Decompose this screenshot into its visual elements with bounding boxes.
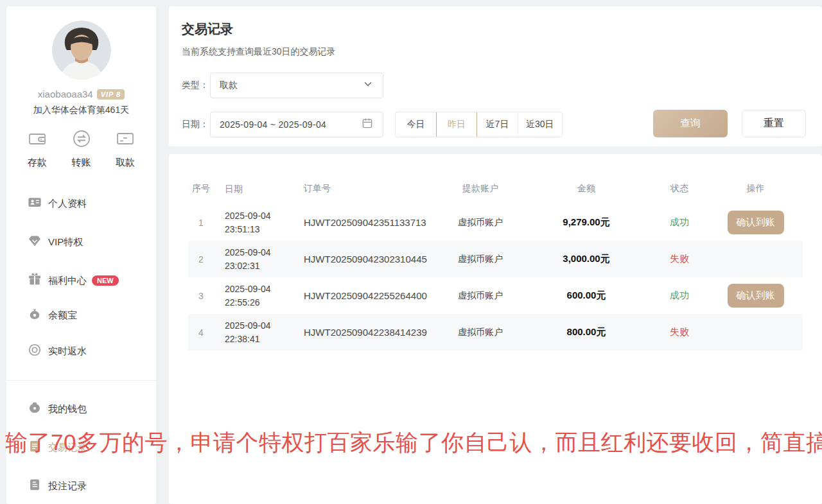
time-line: 22:38:41 bbox=[225, 333, 301, 345]
sidebar-item-benefits[interactable]: 福利中心 NEW bbox=[6, 268, 156, 293]
cell-date: 2025-09-04 23:51:13 bbox=[214, 209, 301, 236]
time-line: 22:55:26 bbox=[225, 296, 301, 309]
username: xiaobaoaa34 bbox=[38, 89, 93, 100]
sidebar-item-transactions[interactable]: 交易记录 bbox=[6, 435, 156, 460]
cell-account: 虚拟币账户 bbox=[439, 290, 522, 302]
confirm-received-button[interactable]: 确认到账 bbox=[728, 211, 784, 234]
calendar-icon[interactable] bbox=[361, 117, 374, 132]
profile-sidebar: xiaobaoaa34 VIP 8 加入华体会体育第461天 存款 bbox=[6, 6, 156, 504]
sidebar-item-label: 投注记录 bbox=[48, 480, 87, 492]
bank-card-icon bbox=[115, 128, 136, 152]
sidebar-item-label: 实时返水 bbox=[48, 345, 87, 358]
table-header-row: 序号 日期 订单号 提款账户 金额 状态 操作 bbox=[188, 173, 803, 204]
new-badge: NEW bbox=[92, 275, 119, 286]
type-select[interactable]: 取款 bbox=[210, 73, 383, 98]
cell-account: 虚拟币账户 bbox=[439, 254, 522, 265]
header-status: 状态 bbox=[651, 183, 708, 195]
query-button[interactable]: 查询 bbox=[653, 110, 728, 137]
cell-no: 2 bbox=[188, 254, 214, 265]
page-title: 交易记录 bbox=[182, 21, 233, 38]
date-label: 日期： bbox=[182, 119, 210, 130]
cell-no: 4 bbox=[188, 327, 214, 338]
date-range-input[interactable]: 2025-09-04 ~ 2025-09-04 bbox=[210, 112, 383, 137]
sidebar-item-bets[interactable]: 投注记录 bbox=[6, 473, 156, 499]
status-badge: 成功 bbox=[651, 290, 708, 302]
withdraw-label: 取款 bbox=[116, 157, 135, 169]
sidebar-item-label: 福利中心 bbox=[48, 275, 87, 287]
cell-amount: 600.00元 bbox=[522, 290, 651, 302]
time-line: 23:02:31 bbox=[225, 259, 301, 272]
cell-account: 虚拟币账户 bbox=[439, 327, 522, 338]
vip-badge: VIP 8 bbox=[97, 89, 125, 100]
date-line: 2025-09-04 bbox=[225, 319, 301, 332]
type-select-value: 取款 bbox=[220, 80, 362, 91]
range-7days-button[interactable]: 近7日 bbox=[477, 112, 518, 137]
transfer-icon bbox=[71, 128, 92, 152]
reset-button[interactable]: 重置 bbox=[742, 110, 806, 137]
status-badge: 失败 bbox=[651, 253, 708, 265]
join-days-text: 加入华体会体育第461天 bbox=[6, 105, 156, 116]
quick-actions: 存款 转账 取款 bbox=[18, 128, 144, 169]
sidebar-item-profile[interactable]: 个人资料 bbox=[6, 191, 156, 216]
header-action: 操作 bbox=[708, 183, 803, 195]
cell-date: 2025-09-04 22:38:41 bbox=[214, 319, 301, 345]
range-yesterday-button[interactable]: 昨日 bbox=[436, 112, 477, 137]
range-today-button[interactable]: 今日 bbox=[396, 112, 437, 137]
cell-order: HJWT202509042351133713 bbox=[301, 217, 439, 228]
quick-range-group: 今日 昨日 近7日 近30日 bbox=[395, 112, 563, 137]
filter-panel: 交易记录 当前系统支持查询最近30日的交易记录 类型： 取款 日期： 2025-… bbox=[169, 6, 822, 146]
cell-amount: 9,279.00元 bbox=[522, 216, 651, 229]
records-panel: 序号 日期 订单号 提款账户 金额 状态 操作 1 2025-09-04 23:… bbox=[169, 154, 822, 504]
purse-icon bbox=[28, 401, 42, 417]
chevron-down-icon bbox=[362, 78, 374, 92]
money-bag-icon bbox=[28, 307, 42, 324]
date-line: 2025-09-04 bbox=[225, 209, 301, 222]
transfer-button[interactable]: 转账 bbox=[62, 128, 101, 169]
cell-amount: 800.00元 bbox=[522, 326, 651, 338]
records-table: 序号 日期 订单号 提款账户 金额 状态 操作 1 2025-09-04 23:… bbox=[188, 173, 803, 351]
sidebar-item-wallet[interactable]: 我的钱包 bbox=[6, 396, 156, 422]
diamond-icon bbox=[28, 234, 42, 250]
sidebar-item-label: 个人资料 bbox=[48, 198, 87, 210]
table-row: 3 2025-09-04 22:55:26 HJWT20250904225526… bbox=[188, 277, 803, 314]
cell-no: 1 bbox=[188, 218, 214, 228]
header-no: 序号 bbox=[188, 183, 214, 195]
withdraw-button[interactable]: 取款 bbox=[106, 128, 144, 169]
cell-order: HJWT202509042255264400 bbox=[301, 290, 439, 301]
cell-account: 虚拟币账户 bbox=[439, 217, 522, 229]
cell-order: HJWT202509042238414239 bbox=[301, 327, 439, 338]
cell-date: 2025-09-04 23:02:31 bbox=[214, 246, 301, 272]
date-line: 2025-09-04 bbox=[225, 246, 301, 259]
type-label: 类型： bbox=[182, 80, 210, 91]
transaction-record-icon bbox=[28, 439, 42, 456]
sidebar-item-label: 我的钱包 bbox=[48, 403, 87, 415]
confirm-received-button[interactable]: 确认到账 bbox=[728, 284, 784, 308]
sidebar-item-vip[interactable]: VIP特权 bbox=[6, 229, 156, 255]
sidebar-item-yuebao[interactable]: 余额宝 bbox=[6, 302, 156, 328]
sidebar-item-rebate[interactable]: 实时返水 bbox=[6, 338, 156, 364]
cell-no: 3 bbox=[188, 291, 214, 301]
transfer-label: 转账 bbox=[72, 157, 91, 169]
cell-amount: 3,000.00元 bbox=[522, 253, 651, 265]
deposit-button[interactable]: 存款 bbox=[18, 128, 57, 169]
status-badge: 成功 bbox=[651, 216, 708, 229]
table-row: 2 2025-09-04 23:02:31 HJWT20250904230231… bbox=[188, 241, 803, 277]
date-line: 2025-09-04 bbox=[225, 282, 301, 295]
sidebar-item-label: VIP特权 bbox=[48, 236, 83, 248]
page-subtitle: 当前系统支持查询最近30日的交易记录 bbox=[182, 46, 336, 58]
cell-date: 2025-09-04 22:55:26 bbox=[214, 282, 301, 309]
status-badge: 失败 bbox=[651, 326, 708, 338]
rebate-icon bbox=[28, 343, 42, 360]
header-order: 订单号 bbox=[301, 183, 439, 195]
table-row: 1 2025-09-04 23:51:13 HJWT20250904235113… bbox=[188, 204, 803, 241]
date-range-value: 2025-09-04 ~ 2025-09-04 bbox=[220, 119, 361, 130]
wallet-icon bbox=[27, 128, 48, 152]
sidebar-item-label: 余额宝 bbox=[48, 309, 77, 322]
gift-icon bbox=[28, 272, 42, 289]
header-account: 提款账户 bbox=[439, 183, 522, 195]
deposit-label: 存款 bbox=[28, 157, 47, 169]
range-30days-button[interactable]: 近30日 bbox=[518, 112, 562, 137]
cell-order: HJWT202509042302310445 bbox=[301, 254, 439, 265]
header-date: 日期 bbox=[214, 182, 301, 195]
sidebar-divider bbox=[6, 380, 156, 381]
